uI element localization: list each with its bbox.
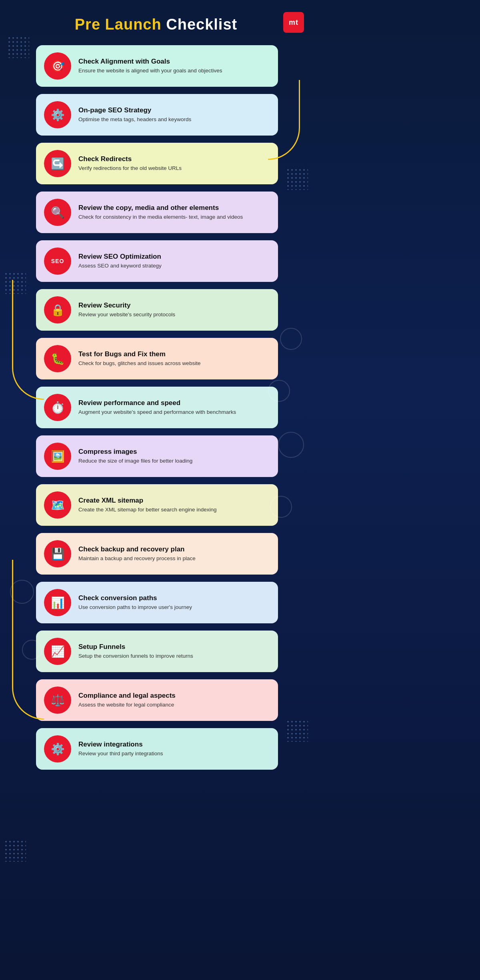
page-title: Pre Launch Checklist — [8, 16, 304, 33]
content-conversion-paths: Check conversion pathsUse conversion pat… — [78, 594, 270, 611]
icon-integrations: ⚙️ — [44, 735, 71, 762]
desc-bugs: Check for bugs, glitches and issues acro… — [78, 360, 270, 367]
title-copy-media: Review the copy, media and other element… — [78, 204, 270, 212]
desc-conversion-paths: Use conversion paths to improve user's j… — [78, 604, 270, 611]
checklist-item-seo-optimization: SEOReview SEO OptimizationAssess SEO and… — [36, 240, 278, 282]
icon-compress-images: 🖼️ — [44, 443, 71, 470]
mt-logo: mt — [283, 12, 304, 33]
decorative-dots-left-lower — [4, 840, 26, 862]
checklist-item-backup: 💾Check backup and recovery planMaintain … — [36, 533, 278, 575]
title-bugs: Test for Bugs and Fix them — [78, 350, 270, 358]
decorative-circle-1 — [280, 328, 302, 350]
title-seo-optimization: Review SEO Optimization — [78, 253, 270, 261]
content-security: Review SecurityReview your website's sec… — [78, 301, 270, 319]
title-security: Review Security — [78, 301, 270, 309]
title-funnels: Setup Funnels — [78, 643, 270, 651]
content-redirects: Check RedirectsVerify redirections for t… — [78, 155, 270, 172]
desc-xml-sitemap: Create the XML sitemap for better search… — [78, 506, 270, 514]
checklist-item-performance: ⏱️Review performance and speedAugment yo… — [36, 387, 278, 428]
desc-funnels: Setup the conversion funnels to improve … — [78, 653, 270, 660]
desc-seo-optimization: Assess SEO and keyword strategy — [78, 262, 270, 270]
desc-backup: Maintain a backup and recovery process i… — [78, 555, 270, 563]
title-conversion-paths: Check conversion paths — [78, 594, 270, 602]
icon-security: 🔒 — [44, 296, 71, 323]
icon-copy-media: 🔍 — [44, 199, 71, 226]
content-integrations: Review integrationsReview your third par… — [78, 740, 270, 758]
title-compress-images: Compress images — [78, 448, 270, 456]
icon-seo-strategy: ⚙️ — [44, 101, 71, 128]
title-performance: Review performance and speed — [78, 399, 270, 407]
checklist-item-copy-media: 🔍Review the copy, media and other elemen… — [36, 192, 278, 233]
icon-backup: 💾 — [44, 540, 71, 567]
icon-funnels: 📈 — [44, 638, 71, 665]
checklist-item-bugs: 🐛Test for Bugs and Fix themCheck for bug… — [36, 338, 278, 379]
content-compress-images: Compress imagesReduce the size of image … — [78, 448, 270, 465]
checklist-item-security: 🔒Review SecurityReview your website's se… — [36, 289, 278, 331]
decorative-circle-3 — [278, 432, 304, 458]
decorative-circle-2 — [268, 380, 290, 402]
icon-redirects: ↪️ — [44, 150, 71, 177]
content-backup: Check backup and recovery planMaintain a… — [78, 545, 270, 563]
desc-copy-media: Check for consistency in the media eleme… — [78, 214, 270, 221]
decorative-circle-4 — [270, 496, 292, 518]
title-pre-launch: Pre Launch — [75, 16, 162, 33]
title-integrations: Review integrations — [78, 740, 270, 748]
icon-xml-sitemap: 🗺️ — [44, 491, 71, 519]
content-funnels: Setup FunnelsSetup the conversion funnel… — [78, 643, 270, 660]
icon-performance: ⏱️ — [44, 394, 71, 421]
desc-performance: Augment your website's speed and perform… — [78, 409, 270, 416]
content-align-goals: Check Alignment with GoalsEnsure the web… — [78, 58, 270, 75]
icon-conversion-paths: 📊 — [44, 589, 71, 616]
title-backup: Check backup and recovery plan — [78, 545, 270, 553]
checklist-item-compliance: ⚖️Compliance and legal aspectsAssess the… — [36, 679, 278, 721]
content-xml-sitemap: Create XML sitemapCreate the XML sitemap… — [78, 497, 270, 514]
desc-integrations: Review your third party integrations — [78, 750, 270, 758]
icon-seo-optimization: SEO — [44, 247, 71, 275]
content-seo-strategy: On-page SEO StrategyOptimise the meta ta… — [78, 106, 270, 124]
content-seo-optimization: Review SEO OptimizationAssess SEO and ke… — [78, 253, 270, 270]
content-copy-media: Review the copy, media and other element… — [78, 204, 270, 221]
decorative-curve-mid — [12, 280, 44, 400]
page-header: Pre Launch Checklist mt — [0, 0, 312, 45]
checklist-item-funnels: 📈Setup FunnelsSetup the conversion funne… — [36, 631, 278, 672]
checklist-item-align-goals: 🎯Check Alignment with GoalsEnsure the we… — [36, 45, 278, 87]
decorative-curve-lower — [12, 560, 44, 720]
checklist-item-compress-images: 🖼️Compress imagesReduce the size of imag… — [36, 435, 278, 477]
title-checklist: Checklist — [162, 16, 238, 33]
decorative-dots-right-lower — [286, 720, 308, 742]
title-redirects: Check Redirects — [78, 155, 270, 163]
icon-align-goals: 🎯 — [44, 52, 71, 80]
desc-redirects: Verify redirections for the old website … — [78, 165, 270, 172]
title-seo-strategy: On-page SEO Strategy — [78, 106, 270, 114]
checklist-item-xml-sitemap: 🗺️Create XML sitemapCreate the XML sitem… — [36, 484, 278, 526]
desc-compress-images: Reduce the size of image files for bette… — [78, 457, 270, 465]
content-performance: Review performance and speedAugment your… — [78, 399, 270, 416]
desc-compliance: Assess the website for legal compliance — [78, 701, 270, 709]
checklist-container: 🎯Check Alignment with GoalsEnsure the we… — [0, 45, 312, 770]
icon-bugs: 🐛 — [44, 345, 71, 372]
checklist-item-conversion-paths: 📊Check conversion pathsUse conversion pa… — [36, 582, 278, 623]
checklist-item-seo-strategy: ⚙️On-page SEO StrategyOptimise the meta … — [36, 94, 278, 136]
decorative-dots-right-mid — [286, 168, 308, 190]
title-xml-sitemap: Create XML sitemap — [78, 497, 270, 505]
title-align-goals: Check Alignment with Goals — [78, 58, 270, 66]
desc-align-goals: Ensure the website is aligned with your … — [78, 67, 270, 75]
checklist-item-integrations: ⚙️Review integrationsReview your third p… — [36, 728, 278, 770]
content-bugs: Test for Bugs and Fix themCheck for bugs… — [78, 350, 270, 367]
desc-security: Review your website's security protocols — [78, 311, 270, 319]
desc-seo-strategy: Optimise the meta tags, headers and keyw… — [78, 116, 270, 124]
content-compliance: Compliance and legal aspectsAssess the w… — [78, 692, 270, 709]
title-compliance: Compliance and legal aspects — [78, 692, 270, 700]
checklist-item-redirects: ↪️Check RedirectsVerify redirections for… — [36, 143, 278, 184]
icon-compliance: ⚖️ — [44, 687, 71, 714]
